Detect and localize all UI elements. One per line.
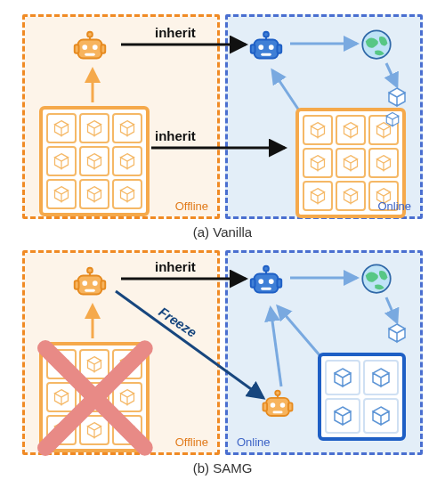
cube-icon (368, 115, 399, 145)
vanilla-offline-box: Offline (22, 14, 220, 219)
cube-icon (325, 398, 360, 434)
inherit-label: inherit (155, 259, 196, 274)
svg-line-19 (386, 63, 397, 86)
svg-rect-2 (101, 45, 105, 53)
cube-icon (46, 415, 77, 445)
dataset-grid (39, 342, 150, 452)
cube-icon (112, 349, 142, 379)
cube-icon (386, 322, 408, 344)
svg-rect-30 (85, 289, 95, 292)
cube-icon (368, 148, 399, 178)
cube-icon (112, 146, 142, 176)
cube-icon (79, 113, 109, 143)
dataset-grid (39, 106, 150, 216)
svg-rect-1 (75, 45, 79, 53)
cube-icon (336, 181, 366, 211)
cube-icon (46, 382, 77, 412)
svg-line-50 (386, 297, 397, 322)
cube-icon (46, 179, 77, 209)
cube-icon (386, 86, 408, 108)
cube-icon (79, 415, 109, 445)
panel-samg: Offline (14, 250, 431, 455)
dataset-grid (318, 353, 406, 441)
cube-icon (79, 146, 109, 176)
cube-icon (303, 148, 333, 178)
robot-icon (69, 264, 110, 305)
svg-point-5 (82, 45, 87, 50)
cube-icon (79, 349, 109, 379)
caption-samg: (b) SAMG (14, 460, 431, 476)
cube-icon (336, 115, 366, 145)
arrow-up-icon (84, 67, 101, 106)
cube-icon (363, 398, 399, 434)
svg-point-28 (82, 280, 87, 286)
samg-offline-box: Offline (22, 250, 220, 455)
inherit-label: inherit (155, 128, 196, 143)
svg-rect-7 (85, 53, 95, 56)
inherit-label: inherit (155, 25, 196, 40)
cube-icon (79, 179, 109, 209)
cube-icon (112, 113, 142, 143)
svg-line-52 (271, 308, 281, 386)
svg-point-26 (87, 268, 93, 273)
cube-icon (79, 382, 109, 412)
cube-icon (112, 415, 142, 445)
cube-icon (384, 111, 400, 127)
cube-icon (303, 115, 333, 145)
cube-icon (46, 349, 77, 379)
online-label: Online (237, 435, 271, 449)
cube-icon (46, 113, 77, 143)
cube-icon (303, 181, 333, 211)
cube-icon (112, 179, 142, 209)
online-label: Online (377, 199, 411, 213)
svg-rect-25 (101, 280, 105, 289)
panel-vanilla: Offline (14, 14, 431, 219)
cube-icon (336, 148, 366, 178)
arrow-up-icon (84, 303, 101, 342)
robot-icon (69, 28, 110, 69)
samg-online-box: Online (225, 250, 423, 455)
offline-label: Offline (175, 199, 208, 213)
vanilla-online-box: Online (225, 14, 423, 219)
svg-point-3 (87, 32, 93, 37)
svg-point-29 (93, 280, 98, 286)
svg-point-6 (93, 45, 98, 50)
cube-icon (325, 360, 360, 395)
caption-vanilla: (a) Vanilla (14, 224, 431, 240)
svg-rect-24 (75, 280, 79, 289)
cube-icon (363, 360, 399, 395)
cube-icon (112, 382, 142, 412)
cube-icon (46, 146, 77, 176)
offline-label: Offline (175, 435, 208, 449)
